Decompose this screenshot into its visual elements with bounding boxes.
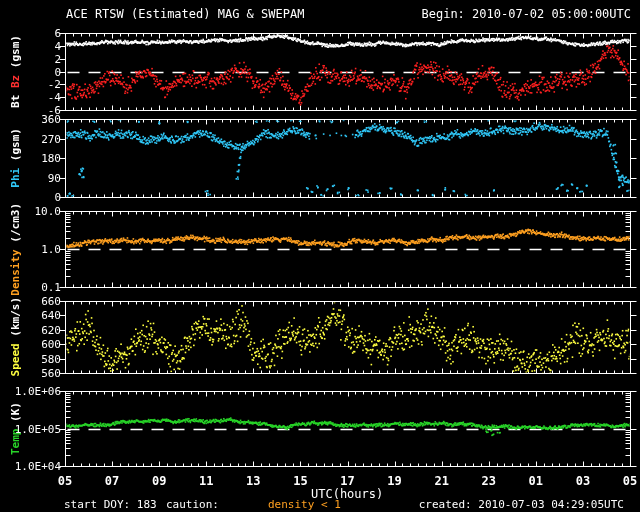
y-tick-label: 10.0 <box>0 205 61 218</box>
y-tick-label: -2 <box>0 78 61 91</box>
footer-caution-label: caution: <box>166 498 219 511</box>
x-tick-label: 23 <box>472 474 506 488</box>
x-tick-label: 01 <box>519 474 553 488</box>
y-tick-label: 4 <box>0 40 61 53</box>
x-tick-label: 17 <box>331 474 365 488</box>
y-tick-label: 600 <box>0 338 61 351</box>
x-tick-label: 19 <box>378 474 412 488</box>
x-tick-label: 09 <box>142 474 176 488</box>
y-tick-label: 1.0E+05 <box>0 423 61 436</box>
y-tick-label: 660 <box>0 295 61 308</box>
x-tick-label: 11 <box>189 474 223 488</box>
y-tick-label: -4 <box>0 91 61 104</box>
x-tick-label: 21 <box>425 474 459 488</box>
footer-caution-value: density < 1 <box>268 498 341 511</box>
y-tick-label: 6 <box>0 27 61 40</box>
x-tick-label: 05 <box>613 474 640 488</box>
x-tick-label: 15 <box>283 474 317 488</box>
chart-title: ACE RTSW (Estimated) MAG & SWEPAM <box>66 7 304 21</box>
y-tick-label: 0.1 <box>0 281 61 294</box>
x-tick-label: 13 <box>236 474 270 488</box>
y-tick-label: 580 <box>0 353 61 366</box>
y-tick-label: 180 <box>0 152 61 165</box>
ace-rtsw-plot: ACE RTSW (Estimated) MAG & SWEPAM Begin:… <box>0 0 640 512</box>
footer-created-timestamp: created: 2010-07-03 04:29:05UTC <box>419 498 624 511</box>
x-tick-label: 07 <box>95 474 129 488</box>
chart-canvas <box>0 0 640 512</box>
y-tick-label: 560 <box>0 367 61 380</box>
y-tick-label: 1.0E+06 <box>0 385 61 398</box>
y-tick-label: 90 <box>0 172 61 185</box>
footer-start-doy: start DOY: 183 <box>64 498 157 511</box>
y-tick-label: 640 <box>0 309 61 322</box>
x-tick-label: 03 <box>566 474 600 488</box>
y-tick-label: 620 <box>0 324 61 337</box>
y-tick-label: 1.0E+04 <box>0 460 61 473</box>
y-tick-label: 360 <box>0 113 61 126</box>
x-tick-label: 05 <box>48 474 82 488</box>
begin-timestamp: Begin: 2010-07-02 05:00:00UTC <box>421 7 631 21</box>
y-tick-label: 1.0 <box>0 243 61 256</box>
y-tick-label: 2 <box>0 53 61 66</box>
y-tick-label: 270 <box>0 133 61 146</box>
